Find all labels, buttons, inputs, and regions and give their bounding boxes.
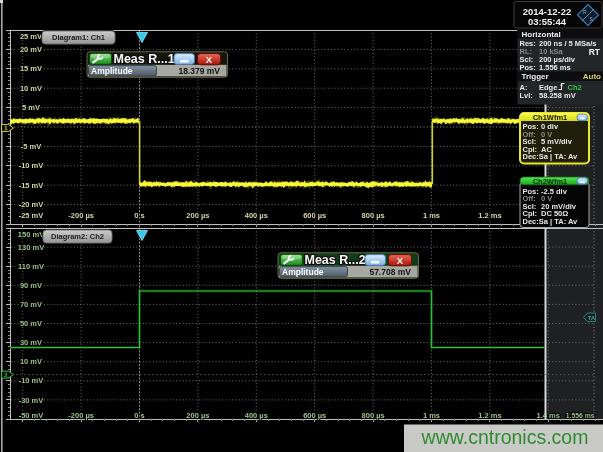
svg-text:Ch1Wfm1: Ch1Wfm1: [533, 113, 568, 122]
svg-text:X: X: [206, 54, 213, 65]
svg-text:RT: RT: [589, 47, 601, 57]
svg-text:15 mV: 15 mV: [20, 64, 42, 73]
svg-text:1 ms: 1 ms: [423, 211, 440, 220]
svg-text:Ch2Wfm1: Ch2Wfm1: [533, 177, 568, 186]
svg-text:0 s: 0 s: [134, 211, 144, 220]
svg-text:130 mV: 130 mV: [18, 243, 44, 252]
svg-text:-200 µs: -200 µs: [68, 411, 94, 420]
svg-text:600 µs: 600 µs: [303, 411, 326, 420]
svg-text:1.556 ms: 1.556 ms: [566, 412, 595, 419]
svg-text:90 mV: 90 mV: [20, 281, 42, 290]
svg-text:110 mV: 110 mV: [18, 262, 44, 271]
svg-text:Pos:: Pos:: [520, 63, 536, 72]
svg-text:1.2 ms: 1.2 ms: [478, 411, 501, 420]
svg-text:-25 mV: -25 mV: [19, 211, 44, 220]
svg-text:-10 mV: -10 mV: [19, 376, 44, 385]
svg-text:R: R: [583, 9, 587, 15]
svg-text:1.2 ms: 1.2 ms: [478, 211, 501, 220]
svg-text:Dec:Sa | TA: Av: Dec:Sa | TA: Av: [523, 217, 579, 226]
svg-text:www.cntronics.com: www.cntronics.com: [421, 426, 589, 448]
svg-text:70 mV: 70 mV: [20, 300, 42, 309]
svg-text:-200 µs: -200 µs: [68, 211, 94, 220]
svg-text:200 µs: 200 µs: [186, 211, 209, 220]
svg-text:-15 mV: -15 mV: [19, 181, 44, 190]
svg-text:Amplitude: Amplitude: [91, 66, 133, 76]
svg-text:-10 mV: -10 mV: [19, 161, 44, 170]
svg-text:18.379 mV: 18.379 mV: [178, 66, 220, 76]
svg-text:TA: TA: [588, 315, 595, 321]
svg-text:5 mV: 5 mV: [22, 103, 40, 112]
svg-text:58.258 mV: 58.258 mV: [539, 91, 576, 100]
svg-text:0 s: 0 s: [134, 411, 144, 420]
svg-text:400 µs: 400 µs: [245, 411, 268, 420]
svg-text:-5 mV: -5 mV: [21, 142, 41, 151]
svg-text:10 mV: 10 mV: [20, 84, 42, 93]
svg-text:Diagram1: Ch1: Diagram1: Ch1: [52, 33, 105, 42]
svg-text:Lvl:: Lvl:: [520, 91, 533, 100]
svg-text:1.4 ms: 1.4 ms: [537, 411, 560, 420]
svg-text:200 µs: 200 µs: [186, 411, 209, 420]
svg-text:Diagram2: Ch2: Diagram2: Ch2: [51, 232, 104, 241]
svg-text:1 ms: 1 ms: [423, 411, 440, 420]
svg-text:Amplitude: Amplitude: [282, 267, 324, 277]
svg-text:-30 mV: -30 mV: [19, 396, 44, 405]
svg-text:Trigger: Trigger: [522, 72, 549, 81]
svg-text:57.708 mV: 57.708 mV: [369, 267, 411, 277]
svg-text:Auto: Auto: [583, 72, 601, 81]
svg-text:1.556 ms: 1.556 ms: [539, 63, 571, 72]
svg-text:03:55:44: 03:55:44: [528, 16, 567, 27]
svg-text:50 mV: 50 mV: [20, 319, 42, 328]
svg-text:Meas R...1: Meas R...1: [114, 52, 175, 66]
svg-text:20 mV: 20 mV: [20, 45, 42, 54]
svg-text:-20 mV: -20 mV: [19, 200, 44, 209]
svg-text:600 µs: 600 µs: [303, 211, 326, 220]
svg-text:30 mV: 30 mV: [20, 338, 42, 347]
svg-text:10 mV: 10 mV: [20, 357, 42, 366]
svg-text:150 mV: 150 mV: [18, 230, 44, 239]
svg-text:400 µs: 400 µs: [245, 211, 268, 220]
svg-text:Meas R...2: Meas R...2: [305, 253, 366, 267]
svg-text:25 mV: 25 mV: [20, 32, 42, 41]
svg-text:Dec:Sa | TA: Av: Dec:Sa | TA: Av: [523, 152, 579, 161]
svg-text:800 µs: 800 µs: [362, 211, 385, 220]
svg-text:Horizontal: Horizontal: [522, 30, 561, 39]
svg-text:-50 mV: -50 mV: [19, 411, 44, 420]
svg-text:800 µs: 800 µs: [362, 411, 385, 420]
svg-text:X: X: [397, 255, 404, 266]
